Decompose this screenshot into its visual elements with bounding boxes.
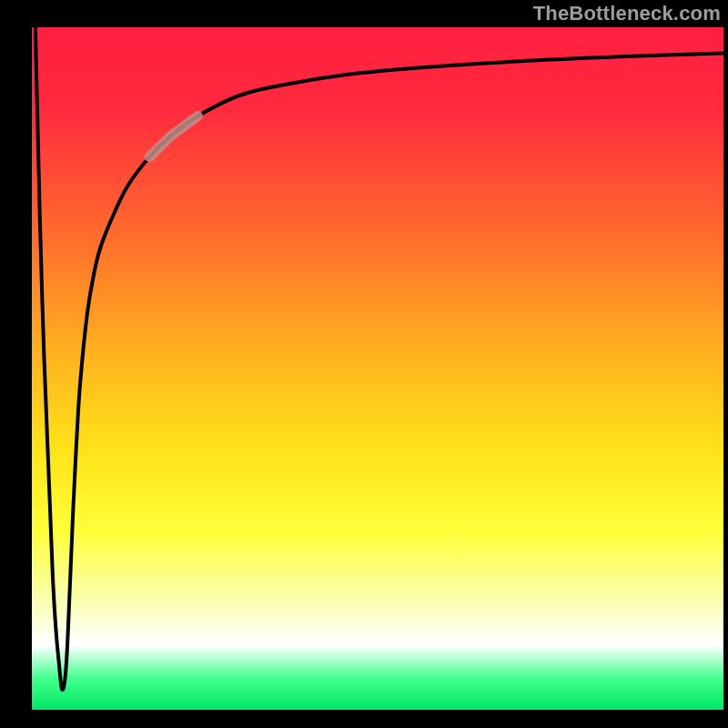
chart-svg [32, 27, 723, 710]
chart-frame: TheBottleneck.com [0, 0, 728, 728]
gradient-background [32, 27, 723, 710]
watermark-text: TheBottleneck.com [533, 2, 721, 25]
plot-area [32, 27, 723, 710]
